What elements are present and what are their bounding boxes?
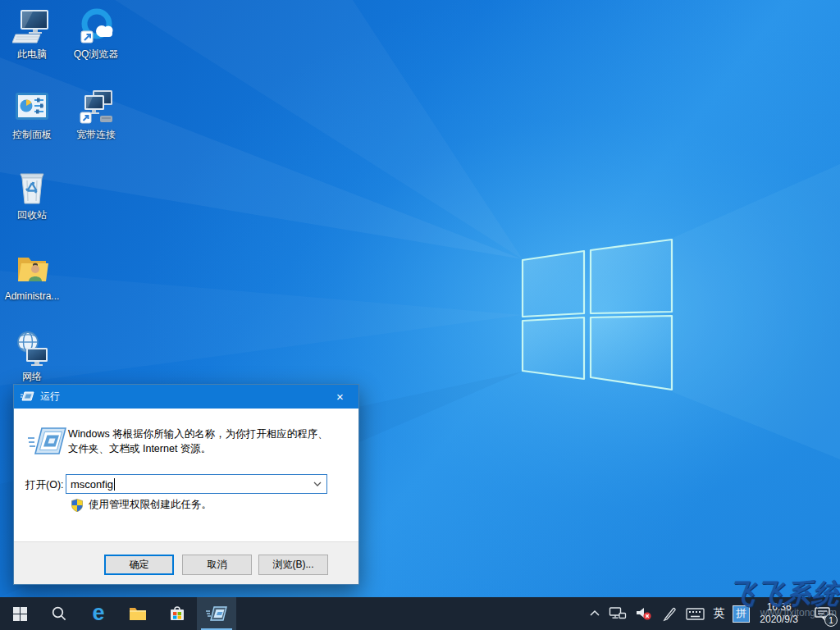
administrator-folder-icon (12, 249, 52, 288)
desktop-icon-qq-browser[interactable]: QQ浏览器 (64, 7, 128, 60)
clock[interactable]: 16:36 2020/9/3 (754, 601, 804, 626)
ime-pinyin-button[interactable]: 拼 (728, 597, 754, 630)
network-status-button[interactable] (605, 597, 631, 630)
windows-desktop-screen: 此电脑 QQ浏览器 (0, 0, 840, 630)
run-taskbar-button[interactable] (197, 597, 236, 630)
browse-button[interactable]: 浏览(B)... (258, 555, 328, 575)
clock-time: 16:36 (760, 601, 798, 614)
ime-mode-label: 英 (713, 606, 724, 621)
run-dialog-body: Windows 将根据你所输入的名称，为你打开相应的程序、 文件夹、文档或 In… (14, 409, 358, 543)
system-tray: 英 拼 16:36 2020/9/3 1 (585, 597, 840, 630)
run-input-value: msconfig (71, 478, 113, 491)
text-caret (114, 478, 115, 491)
clock-date: 2020/9/3 (760, 614, 798, 626)
run-dialog-titlebar[interactable]: 运行 × (14, 385, 358, 409)
desktop-icon-label: 宽带连接 (64, 129, 128, 140)
desktop-icon-label: QQ浏览器 (64, 48, 128, 60)
desktop-icon-broadband[interactable]: 宽带连接 (64, 87, 128, 140)
this-pc-icon (12, 7, 52, 46)
pen-icon (661, 605, 678, 622)
file-explorer-button[interactable] (118, 597, 158, 630)
desktop-icon-network[interactable]: 网络 (0, 329, 64, 382)
network-tray-icon (609, 606, 627, 621)
run-dialog-description: Windows 将根据你所输入的名称，为你打开相应的程序、 文件夹、文档或 In… (68, 427, 347, 456)
search-button[interactable] (39, 597, 79, 630)
network-icon (12, 329, 52, 368)
run-icon (27, 423, 66, 459)
cancel-button[interactable]: 取消 (182, 555, 252, 575)
store-button[interactable] (158, 597, 197, 630)
volume-button[interactable] (631, 597, 657, 630)
desktop-icon-label: 网络 (0, 371, 64, 382)
desktop-icon-label: 控制面板 (0, 129, 64, 140)
search-icon (51, 605, 67, 622)
desktop-icon-administrator[interactable]: Administra... (0, 249, 64, 302)
touch-keyboard-icon (686, 607, 705, 621)
open-label: 打开(O): (25, 478, 64, 492)
desktop-icon-label: 回收站 (0, 209, 64, 221)
edge-icon: e (92, 602, 104, 624)
chevron-down-icon[interactable] (313, 482, 322, 486)
microsoft-store-icon (168, 605, 186, 623)
tray-expand-button[interactable] (585, 597, 605, 630)
description-line-1: Windows 将根据你所输入的名称，为你打开相应的程序、 (68, 427, 347, 441)
close-icon[interactable]: × (322, 385, 358, 409)
windows-ink-button[interactable] (657, 597, 682, 630)
edge-button[interactable]: e (79, 597, 118, 630)
run-app-icon (206, 604, 227, 623)
chevron-up-icon (589, 608, 600, 619)
broadband-connection-icon (76, 87, 116, 126)
notification-badge: 1 (824, 614, 838, 627)
taskbar-buttons: e (0, 597, 236, 630)
ime-mode-button[interactable]: 英 (709, 597, 728, 630)
run-input[interactable]: msconfig (66, 474, 327, 494)
touch-keyboard-button[interactable] (682, 597, 709, 630)
run-dialog: 运行 × Windows 将根据你所输入的名称，为你打开相应的程序、 文件夹、文… (13, 384, 359, 585)
action-center-button[interactable]: 1 (804, 597, 840, 630)
desktop-icon-this-pc[interactable]: 此电脑 (0, 7, 64, 60)
desktop-icon-recycle-bin[interactable]: 回收站 (0, 167, 64, 221)
run-title-icon (21, 390, 34, 403)
desktop-icon-control-panel[interactable]: 控制面板 (0, 87, 64, 140)
run-dialog-footer: 确定 取消 浏览(B)... (14, 541, 358, 584)
qq-browser-icon (76, 7, 116, 46)
desktop-icon-label: Administra... (0, 290, 64, 302)
control-panel-icon (12, 87, 52, 126)
description-line-2: 文件夹、文档或 Internet 资源。 (68, 441, 347, 456)
run-dialog-title: 运行 (40, 390, 60, 404)
uac-shield-icon (71, 499, 84, 512)
start-button[interactable] (0, 597, 39, 630)
pinyin-ime-icon: 拼 (733, 605, 750, 623)
taskbar: e (0, 597, 840, 630)
file-explorer-icon (129, 606, 147, 622)
windows-start-icon (13, 607, 27, 621)
admin-note: 使用管理权限创建此任务。 (89, 498, 212, 512)
volume-muted-icon (635, 605, 653, 622)
desktop-icon-label: 此电脑 (0, 48, 64, 60)
ok-button[interactable]: 确定 (104, 555, 174, 575)
admin-note-row: 使用管理权限创建此任务。 (71, 498, 212, 512)
recycle-bin-icon (12, 167, 52, 207)
